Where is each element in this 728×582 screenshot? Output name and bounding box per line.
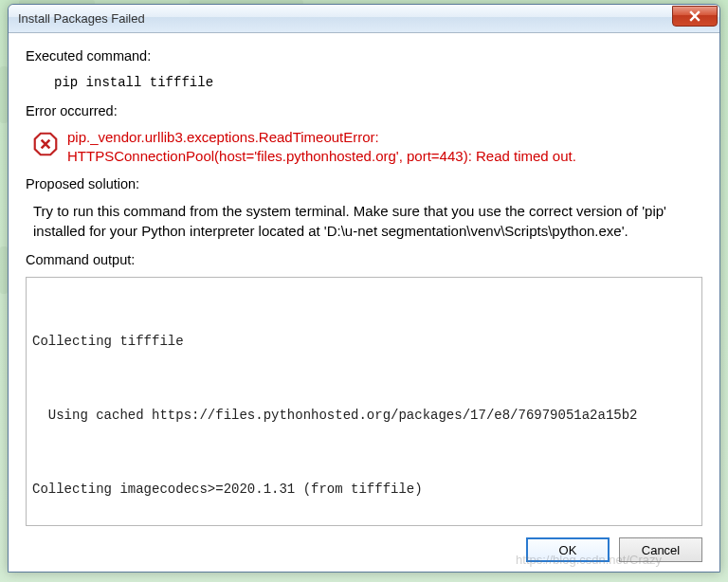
output-line: Collecting tifffile <box>32 330 696 355</box>
error-row: pip._vendor.urllib3.exceptions.ReadTimeo… <box>26 124 702 173</box>
button-row: OK Cancel <box>26 526 702 562</box>
executed-command-label: Executed command: <box>26 48 702 64</box>
titlebar[interactable]: Install Packages Failed <box>9 5 719 33</box>
output-line: Using cached https://files.pythonhosted.… <box>32 404 696 428</box>
ok-button[interactable]: OK <box>526 537 610 562</box>
command-output-label: Command output: <box>26 252 702 267</box>
close-button[interactable] <box>672 6 718 27</box>
error-icon <box>33 132 58 156</box>
cancel-button[interactable]: Cancel <box>619 537 702 562</box>
window-title: Install Packages Failed <box>18 11 672 26</box>
dialog-window: Install Packages Failed Executed command… <box>8 4 720 573</box>
error-occurred-label: Error occurred: <box>26 103 702 118</box>
dialog-body: Executed command: pip install tifffile E… <box>9 33 719 572</box>
proposed-solution-text: Try to run this command from the system … <box>26 197 702 248</box>
proposed-solution-label: Proposed solution: <box>26 176 702 191</box>
close-icon <box>689 10 701 22</box>
error-message: pip._vendor.urllib3.exceptions.ReadTimeo… <box>67 128 702 167</box>
output-line: Collecting imagecodecs>=2020.1.31 (from … <box>32 478 696 502</box>
command-output-box[interactable]: Collecting tifffile Using cached https:/… <box>26 277 702 527</box>
executed-command-text: pip install tifffile <box>26 69 702 100</box>
